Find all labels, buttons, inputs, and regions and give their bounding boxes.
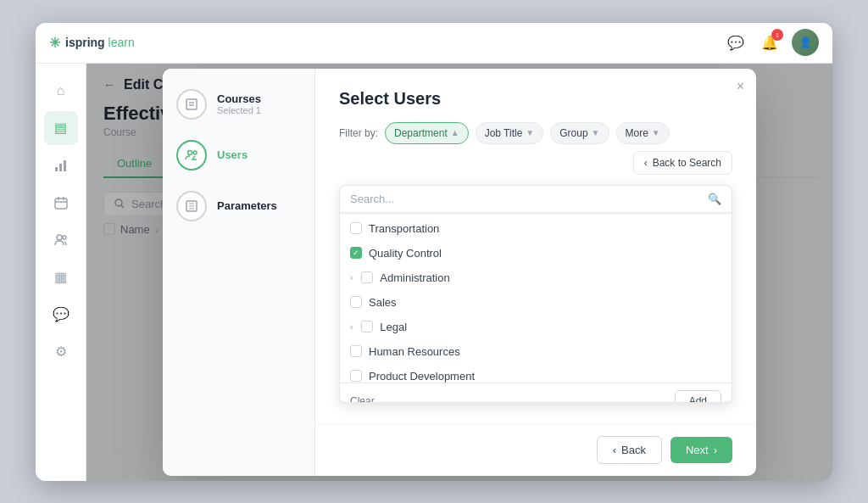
wizard-next-button[interactable]: Next › bbox=[670, 437, 732, 463]
dept-checkbox-sales[interactable] bbox=[350, 296, 362, 308]
wizard-step-parameters-info: Parameters bbox=[217, 199, 277, 212]
logo-text: ispring learn bbox=[65, 36, 135, 49]
modal-content: × Select Users Filter by: Department ▲ bbox=[315, 69, 756, 423]
svg-point-14 bbox=[188, 150, 192, 154]
sidebar-item-settings[interactable]: ⚙ bbox=[44, 335, 78, 369]
dept-expand-legal: › bbox=[350, 322, 353, 332]
modal-overlay: Courses Selected 1 bbox=[86, 64, 832, 481]
dept-item-quality-control[interactable]: ✓ Quality Control bbox=[340, 241, 732, 265]
modal-close-button[interactable]: × bbox=[737, 79, 744, 94]
sidebar-item-analytics[interactable] bbox=[44, 148, 78, 182]
wizard-back-button[interactable]: ‹ Back bbox=[597, 436, 662, 464]
dept-checkbox-administration[interactable] bbox=[361, 271, 373, 283]
avatar[interactable]: 👤 bbox=[792, 29, 819, 56]
wizard-step-users-info: Users bbox=[217, 148, 248, 161]
filter-group-arrow: ▼ bbox=[592, 128, 600, 137]
wizard-step-users[interactable]: Users bbox=[176, 140, 301, 170]
filter-by-label: Filter by: bbox=[339, 127, 378, 139]
dept-label-product-development: Product Development bbox=[369, 370, 475, 383]
dept-label-administration: Administration bbox=[380, 271, 449, 284]
logo-spring: ispring bbox=[65, 36, 105, 49]
analytics-icon bbox=[54, 159, 68, 172]
dept-checkbox-quality-control[interactable]: ✓ bbox=[350, 247, 362, 259]
sidebar-item-home[interactable]: ⌂ bbox=[44, 74, 78, 108]
wizard-step-parameters[interactable]: Parameters bbox=[176, 191, 301, 221]
wizard-step-courses[interactable]: Courses Selected 1 bbox=[176, 89, 301, 120]
svg-rect-3 bbox=[55, 198, 67, 209]
dept-checkbox-legal[interactable] bbox=[361, 321, 373, 333]
filter-group-label: Group bbox=[559, 127, 587, 139]
svg-rect-1 bbox=[59, 164, 62, 171]
dept-item-legal[interactable]: › Legal bbox=[340, 315, 732, 339]
wizard-step-parameters-label: Parameters bbox=[217, 199, 277, 212]
content-area: ← Edit Course Effective Ne Course Outlin… bbox=[86, 64, 832, 481]
filter-job-title-arrow: ▼ bbox=[526, 128, 534, 137]
wizard-next-arrow: › bbox=[714, 444, 717, 456]
logo-icon: ✳ bbox=[49, 35, 60, 51]
clear-button[interactable]: Clear bbox=[350, 395, 375, 403]
wizard-step-users-label: Users bbox=[217, 148, 248, 161]
filter-group[interactable]: Group ▼ bbox=[550, 122, 609, 144]
filter-job-title[interactable]: Job Title ▼ bbox=[476, 122, 544, 144]
dept-checkbox-transportation[interactable] bbox=[350, 222, 362, 234]
dept-checkbox-product-development[interactable] bbox=[350, 370, 362, 382]
wizard-step-users-icon bbox=[176, 140, 207, 170]
back-to-search-button[interactable]: ‹ Back to Search bbox=[633, 151, 732, 175]
wizard-back-label: Back bbox=[621, 444, 646, 456]
modal-main: × Select Users Filter by: Department ▲ bbox=[315, 69, 756, 476]
dept-search-icon: 🔍 bbox=[708, 193, 721, 205]
department-popup: 🔍 Transportation bbox=[339, 185, 732, 403]
dept-label-human-resources: Human Resources bbox=[369, 345, 460, 358]
filter-bar: Filter by: Department ▲ Job Title ▼ bbox=[339, 122, 732, 175]
svg-rect-0 bbox=[55, 167, 58, 171]
sidebar-item-courses[interactable]: ▤ bbox=[44, 111, 78, 145]
svg-rect-11 bbox=[186, 99, 197, 109]
dept-label-transportation: Transportation bbox=[369, 222, 439, 235]
wizard-step-courses-info: Courses Selected 1 bbox=[217, 92, 261, 115]
users-icon bbox=[54, 233, 68, 247]
dept-item-sales[interactable]: Sales bbox=[340, 290, 732, 315]
dept-item-product-development[interactable]: Product Development bbox=[340, 364, 732, 383]
app-window: ✳ ispring learn 💬 🔔 1 👤 ⌂ ▤ bbox=[36, 23, 832, 481]
back-to-search-label: Back to Search bbox=[653, 157, 721, 169]
filter-more-label: More bbox=[626, 127, 648, 139]
wizard-layout: Courses Selected 1 bbox=[163, 69, 756, 476]
sidebar-item-content[interactable]: ▦ bbox=[44, 260, 78, 294]
filter-job-title-label: Job Title bbox=[485, 127, 523, 139]
sidebar-item-messages[interactable]: 💬 bbox=[44, 298, 78, 332]
dept-label-quality-control: Quality Control bbox=[369, 247, 442, 260]
modal-title: Select Users bbox=[339, 89, 732, 109]
sidebar-item-users[interactable] bbox=[44, 223, 78, 257]
wizard-step-courses-sublabel: Selected 1 bbox=[217, 105, 261, 115]
wizard-next-label: Next bbox=[686, 444, 709, 456]
dept-search-bar: 🔍 bbox=[340, 186, 732, 213]
wizard-step-parameters-icon bbox=[176, 191, 207, 221]
dept-search-input[interactable] bbox=[350, 193, 701, 205]
top-bar: ✳ ispring learn 💬 🔔 1 👤 bbox=[36, 23, 832, 64]
logo: ✳ ispring learn bbox=[49, 35, 135, 51]
add-button[interactable]: Add bbox=[675, 390, 721, 403]
dept-item-transportation[interactable]: Transportation bbox=[340, 216, 732, 241]
filter-department-arrow: ▲ bbox=[451, 128, 459, 137]
dept-item-human-resources[interactable]: Human Resources bbox=[340, 339, 732, 364]
top-bar-right: 💬 🔔 1 👤 bbox=[724, 29, 819, 56]
svg-point-15 bbox=[193, 151, 197, 154]
filter-department[interactable]: Department ▲ bbox=[385, 122, 469, 144]
dept-item-administration[interactable]: › Administration bbox=[340, 265, 732, 290]
dept-expand-administration: › bbox=[350, 273, 353, 282]
filter-department-label: Department bbox=[394, 127, 448, 139]
dept-list: Transportation ✓ Quality Control › bbox=[340, 213, 732, 383]
sidebar: ⌂ ▤ bbox=[36, 64, 86, 481]
filter-more[interactable]: More ▼ bbox=[616, 122, 670, 144]
main-layout: ⌂ ▤ bbox=[36, 64, 832, 481]
dept-checkbox-human-resources[interactable] bbox=[350, 345, 362, 357]
chat-icon-button[interactable]: 💬 bbox=[724, 31, 748, 54]
sidebar-item-calendar[interactable] bbox=[44, 186, 78, 220]
back-to-search-arrow: ‹ bbox=[644, 157, 648, 169]
notification-icon-button[interactable]: 🔔 1 bbox=[758, 31, 782, 54]
calendar-icon bbox=[54, 196, 68, 210]
wizard-back-arrow: ‹ bbox=[613, 444, 616, 456]
dept-label-legal: Legal bbox=[380, 321, 407, 333]
filter-more-arrow: ▼ bbox=[652, 128, 660, 137]
svg-point-7 bbox=[57, 235, 62, 240]
